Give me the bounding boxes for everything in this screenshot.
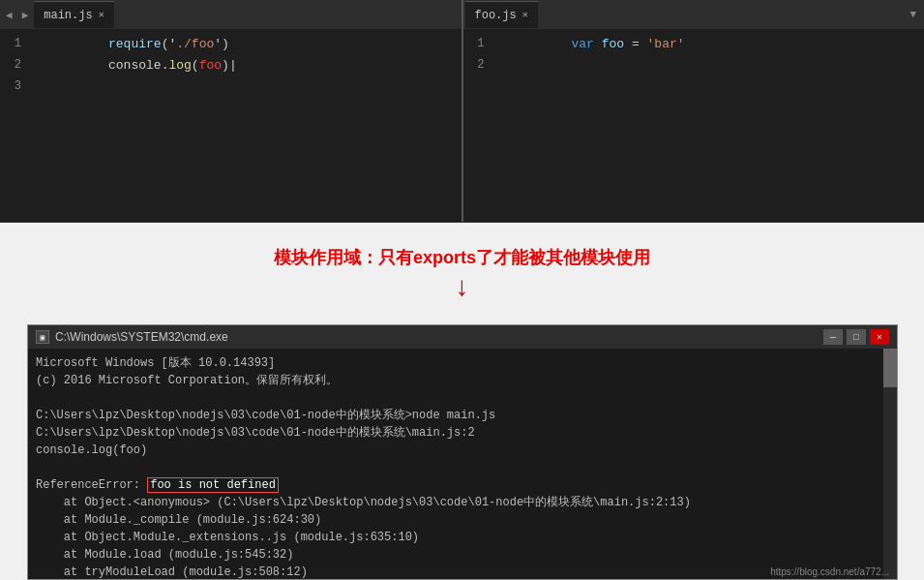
cmd-icon: ▣ <box>36 330 49 344</box>
right-editor-pane: foo.js ✕ ▼ 1 var foo = 'bar' 2 <box>463 0 925 222</box>
tab-foo-js-close[interactable]: ✕ <box>522 11 528 20</box>
cmd-trace-1: at Object.<anonymous> (C:\Users\lpz\Desk… <box>36 494 889 511</box>
cmd-line-blank-1 <box>36 389 889 407</box>
line-num-1: 1 <box>0 37 29 50</box>
cmd-minimize-btn[interactable]: — <box>823 329 843 345</box>
foo-code-line-1: 1 var foo = 'bar' <box>463 33 925 54</box>
foo-line-num-2: 2 <box>463 58 492 72</box>
editor-area: ◀ ▶ main.js ✕ 1 require('./foo') 2 conso… <box>0 0 924 223</box>
cmd-controls: — □ ✕ <box>823 329 889 345</box>
foo-line-num-1: 1 <box>463 37 492 50</box>
right-tab-bar: foo.js ✕ ▼ <box>463 0 925 29</box>
cmd-line-5: C:\Users\lpz\Desktop\nodejs\03\code\01-n… <box>36 424 889 442</box>
cmd-error-line: ReferenceError: foo is not defined <box>36 476 889 494</box>
error-highlight: foo is not defined <box>147 477 279 493</box>
cmd-title: C:\Windows\SYSTEM32\cmd.exe <box>55 330 818 344</box>
annotation-arrow: ↓ <box>454 275 470 302</box>
cmd-container-wrapper: ▣ C:\Windows\SYSTEM32\cmd.exe — □ ✕ Micr… <box>0 324 924 580</box>
cmd-window: ▣ C:\Windows\SYSTEM32\cmd.exe — □ ✕ Micr… <box>27 324 898 580</box>
cmd-line-6: console.log(foo) <box>36 442 889 459</box>
foo-line-code-1: var foo = 'bar' <box>492 29 685 66</box>
cmd-titlebar: ▣ C:\Windows\SYSTEM32\cmd.exe — □ ✕ <box>28 325 897 349</box>
annotation-text: 模块作用域：只有exports了才能被其他模块使用 <box>274 246 650 269</box>
tab-nav-right[interactable]: ▶ <box>18 7 33 23</box>
tab-nav-left[interactable]: ◀ <box>2 7 16 23</box>
cmd-trace-2: at Module._compile (module.js:624:30) <box>36 511 889 529</box>
left-code-content: 1 require('./foo') 2 console.log(foo) 3 <box>0 29 462 222</box>
tab-main-js[interactable]: main.js ✕ <box>34 1 113 28</box>
text-cursor <box>229 58 237 73</box>
cmd-line-2: (c) 2016 Microsoft Corporation。保留所有权利。 <box>36 372 889 389</box>
cmd-trace-4: at Module.load (module.js:545:32) <box>36 546 889 564</box>
cmd-body: Microsoft Windows [版本 10.0.14393] (c) 20… <box>28 349 897 579</box>
cmd-trace-5: at tryModuleLoad (module.js:508:12) <box>36 564 889 579</box>
cmd-line-4: C:\Users\lpz\Desktop\nodejs\03\code\01-n… <box>36 407 889 424</box>
cmd-trace-3: at Object.Module._extensions..js (module… <box>36 529 889 546</box>
tab-foo-js-label: foo.js <box>475 9 517 22</box>
cmd-line-blank-2 <box>36 459 889 476</box>
scrollbar-thumb[interactable] <box>883 349 897 387</box>
tab-main-js-close[interactable]: ✕ <box>99 11 104 20</box>
annotation-area: 模块作用域：只有exports了才能被其他模块使用 ↓ <box>0 223 924 324</box>
cmd-maximize-btn[interactable]: □ <box>847 329 866 345</box>
left-editor-pane: ◀ ▶ main.js ✕ 1 require('./foo') 2 conso… <box>0 0 463 222</box>
tab-main-js-label: main.js <box>44 9 92 22</box>
line-code-2: console.log(foo) <box>29 44 237 87</box>
line-num-2: 2 <box>0 58 29 72</box>
scrollbar-area[interactable] <box>883 349 897 579</box>
right-code-content: 1 var foo = 'bar' 2 <box>463 29 925 222</box>
cmd-line-1: Microsoft Windows [版本 10.0.14393] <box>36 354 889 372</box>
tab-overflow-btn[interactable]: ▼ <box>904 9 922 20</box>
tab-foo-js[interactable]: foo.js ✕ <box>465 1 538 28</box>
left-tab-bar: ◀ ▶ main.js ✕ <box>0 0 462 29</box>
cmd-close-btn[interactable]: ✕ <box>870 329 889 345</box>
cmd-footer-url: https://blog.csdn.net/a772... <box>762 565 897 579</box>
line-num-3: 3 <box>0 79 29 93</box>
code-line-2: 2 console.log(foo) <box>0 54 462 76</box>
